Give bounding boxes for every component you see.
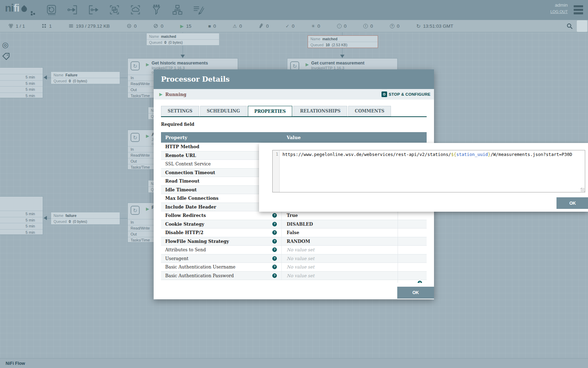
funnel-icon[interactable] <box>150 3 163 16</box>
locally-modified-count: ✳0 <box>311 23 320 29</box>
not-transmitting-icon <box>153 23 158 28</box>
help-icon[interactable]: ? <box>272 265 277 269</box>
logout-link[interactable]: LOG OUT <box>550 9 568 14</box>
queued-icon <box>69 23 74 28</box>
help-icon[interactable]: ? <box>272 273 277 278</box>
template-icon[interactable] <box>171 3 184 16</box>
connection-label[interactable]: NameFailure Queued0(0 bytes) <box>51 71 120 84</box>
help-icon[interactable]: ? <box>272 213 277 218</box>
stat-row-value: 5 min <box>0 223 43 229</box>
connection-label-selected[interactable]: Namematched Queued10(2.53 KB) <box>308 35 378 48</box>
processor-icon[interactable] <box>45 3 58 16</box>
table-row[interactable]: Useragent?No value set <box>161 254 427 263</box>
table-row[interactable]: Basic Authentication Username?No value s… <box>161 263 427 272</box>
property-name: HTTP Method <box>165 144 199 149</box>
property-name: Remote URL <box>165 153 196 158</box>
property-value[interactable]: No value set <box>287 264 314 270</box>
top-header-bar: nifi admin LOG OUT <box>0 0 588 20</box>
dialog-header: Processor Details <box>154 69 434 89</box>
help-icon[interactable]: ? <box>272 256 277 261</box>
current-user: admin <box>550 2 568 8</box>
output-port-icon[interactable] <box>87 3 100 16</box>
dialog-ok-button[interactable]: OK <box>397 287 434 299</box>
tab-comments[interactable]: COMMENTS <box>348 106 391 116</box>
property-value[interactable]: No value set <box>287 247 314 252</box>
editor-ok-button[interactable]: OK <box>556 197 588 209</box>
transmitting-count: 0 <box>127 23 137 29</box>
property-name: Useragent <box>165 256 188 261</box>
property-value[interactable]: False <box>287 230 299 235</box>
help-icon[interactable]: ? <box>418 281 422 283</box>
tab-scheduling[interactable]: SCHEDULING <box>200 106 247 116</box>
help-icon[interactable]: ? <box>272 247 277 252</box>
help-icon[interactable]: ? <box>272 230 277 235</box>
connection-arrow-icon <box>340 55 344 58</box>
stat-row-value: 5 min <box>0 86 43 93</box>
disabled-count: 0 <box>259 23 269 29</box>
breadcrumb[interactable]: NiFi Flow <box>6 361 25 366</box>
funnel-component-icon[interactable]: ◎ <box>2 41 8 49</box>
remote-process-group-icon[interactable] <box>129 3 142 16</box>
table-row[interactable]: Attributes to Send?No value set <box>161 246 427 254</box>
line-number-gutter: 1 <box>273 150 280 192</box>
disabled-icon <box>259 23 264 28</box>
global-menu-icon[interactable] <box>574 4 583 16</box>
breadcrumb-bar: NiFi Flow <box>0 358 588 368</box>
invalid-icon: ⚠ <box>233 24 237 28</box>
input-port-icon[interactable] <box>66 3 79 16</box>
property-value[interactable]: DISABLED <box>287 222 313 227</box>
table-row[interactable]: Basic Authentication Password?No value s… <box>161 272 427 280</box>
refresh-icon[interactable]: ↻ <box>416 24 421 28</box>
table-row[interactable]: Follow Redirects?True <box>161 211 427 220</box>
value-column-header: Value <box>282 135 427 140</box>
tab-settings[interactable]: SETTINGS <box>161 106 199 116</box>
asterisk-icon: ✳ <box>311 24 315 28</box>
tab-properties[interactable]: PROPERTIES <box>248 106 293 117</box>
active-threads: 1 <box>42 23 52 29</box>
circle-exclaim-icon: ! <box>363 24 368 28</box>
resize-handle-icon[interactable] <box>581 188 584 192</box>
connection-line <box>120 218 127 219</box>
processor-type-icon: ↻ <box>131 133 140 142</box>
processor-type-icon: ↻ <box>131 61 140 70</box>
help-icon[interactable]: ? <box>272 222 277 226</box>
settings-button[interactable] <box>577 20 587 32</box>
code-segment-default: https://www.pegelonline.wsv.de/webservic… <box>282 152 451 157</box>
not-transmitting-count: 0 <box>153 23 163 29</box>
expression-text[interactable]: https://www.pegelonline.wsv.de/webservic… <box>280 150 585 192</box>
dialog-tabs: SETTINGSSCHEDULINGPROPERTIESRELATIONSHIP… <box>161 106 391 117</box>
property-name: Connection Timeout <box>165 170 215 175</box>
value-editor[interactable]: 1 https://www.pegelonline.wsv.de/webserv… <box>272 150 585 192</box>
property-name: Idle Timeout <box>165 187 197 192</box>
stat-row-value: 5 min <box>0 93 43 99</box>
stat-row-value: 5 min <box>0 217 43 223</box>
property-value[interactable]: RANDOM <box>287 239 310 244</box>
code-segment-default: /W/measurements.json?start=P30D <box>491 152 572 157</box>
properties-table-header: Property Value <box>161 132 427 143</box>
property-value[interactable]: No value set <box>287 256 314 261</box>
property-name: Basic Authentication Password <box>165 273 234 278</box>
table-row[interactable]: FlowFile Naming Strategy?RANDOM <box>161 237 427 246</box>
offscreen-processor-stats[interactable]: 5 min5 min5 min5 min <box>0 196 43 235</box>
property-value[interactable]: No value set <box>287 273 314 278</box>
table-row[interactable]: Disable HTTP/2?False <box>161 229 427 237</box>
connection-label[interactable]: Namefailure Queued0(0 bytes) <box>51 212 120 225</box>
property-name: Read Timeout <box>165 178 200 184</box>
tab-relationships[interactable]: RELATIONSHIPS <box>293 106 347 116</box>
table-row[interactable]: Cookie Strategy?DISABLED <box>161 220 427 229</box>
value-editor-popover: 1 https://www.pegelonline.wsv.de/webserv… <box>259 143 588 212</box>
property-value[interactable]: True <box>287 213 298 218</box>
nifi-logo: nifi <box>5 2 27 14</box>
search-icon[interactable] <box>564 21 575 32</box>
label-component-icon[interactable] <box>2 53 10 62</box>
process-group-icon[interactable] <box>108 3 121 16</box>
stale-count: ↑0 <box>337 23 347 29</box>
offscreen-processor-stats[interactable]: 5 min5 min5 min5 min <box>0 67 43 98</box>
stat-row-value: 5 min <box>0 211 43 217</box>
label-icon[interactable] <box>192 3 205 16</box>
run-status-icon: ▶ <box>306 62 309 67</box>
stop-and-configure-button[interactable]: ⚙ STOP & CONFIGURE <box>382 89 430 100</box>
help-icon[interactable]: ? <box>272 239 277 244</box>
threads-icon <box>42 23 47 28</box>
connection-label[interactable]: Namematched Queued0(0 bytes) <box>146 33 219 46</box>
